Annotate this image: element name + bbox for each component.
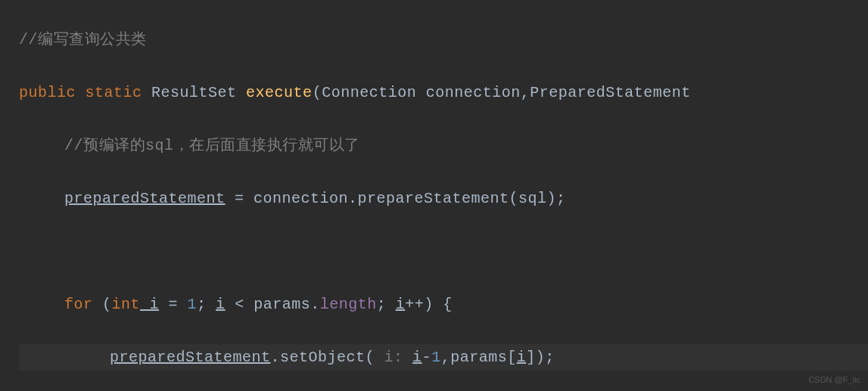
code-line-7-highlighted: preparedStatement.setObject( i: i-1,para… <box>19 344 868 371</box>
variable: preparedStatement <box>64 190 226 207</box>
method-params: (Connection connection,PreparedStatement <box>313 84 691 101</box>
param-hint: i: <box>384 349 413 366</box>
code-line-6: for (int i = 1; i < params.length; i++) … <box>19 291 868 318</box>
comment-text: //编写查询公共类 <box>19 31 147 48</box>
code-line-5 <box>19 238 868 265</box>
method-name: execute <box>246 84 313 101</box>
code-line-4: preparedStatement = connection.prepareSt… <box>19 185 868 212</box>
return-type: ResultSet <box>151 84 237 101</box>
code-editor[interactable]: //编写查询公共类 public static ResultSet execut… <box>19 0 868 391</box>
code-line-2: public static ResultSet execute(Connecti… <box>19 79 868 106</box>
watermark-text: CSDN @F_iic <box>808 373 860 387</box>
variable: preparedStatement <box>110 349 271 366</box>
code-line-3: //预编译的sql，在后面直接执行就可以了 <box>19 132 868 159</box>
comment-text: //预编译的sql，在后面直接执行就可以了 <box>64 137 360 154</box>
keyword-int: int <box>112 296 141 313</box>
keyword-public: public <box>19 84 76 101</box>
keyword-for: for <box>64 296 93 313</box>
assignment: = connection.prepareStatement(sql); <box>226 190 566 207</box>
keyword-static: static <box>86 84 142 101</box>
code-line-1: //编写查询公共类 <box>19 26 868 53</box>
